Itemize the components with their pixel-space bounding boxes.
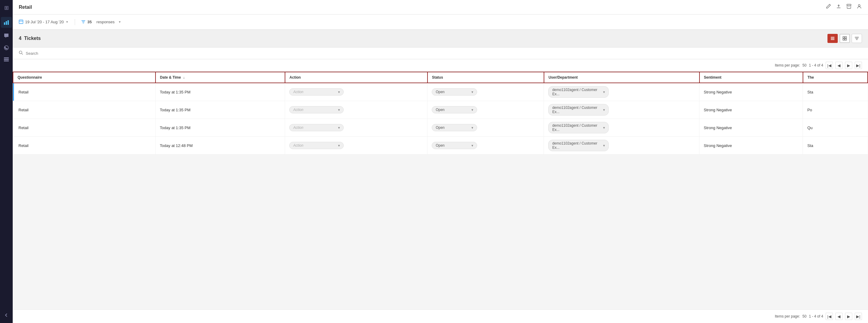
cell-datetime: Today at 1:35 PM xyxy=(156,83,285,101)
top-header: Retail xyxy=(13,0,868,14)
cell-status: Open▼ xyxy=(428,137,544,155)
responses-chevron: ▼ xyxy=(118,20,121,24)
action-dropdown[interactable]: Action▼ xyxy=(289,142,344,149)
cell-user: demo1102agent / Customer Ex...▼ xyxy=(544,137,700,155)
svg-rect-12 xyxy=(831,39,834,40)
svg-point-8 xyxy=(858,4,860,6)
search-input[interactable] xyxy=(26,51,862,56)
table-row: RetailToday at 1:35 PMAction▼Open▼demo11… xyxy=(13,119,868,137)
cell-questionnaire: Retail xyxy=(13,83,156,101)
svg-rect-13 xyxy=(843,37,844,38)
tickets-label: Tickets xyxy=(24,36,41,41)
table-header-row: Questionnaire Date & Time ↓ Action Statu… xyxy=(13,72,868,83)
action-dropdown[interactable]: Action▼ xyxy=(289,88,344,96)
archive-icon[interactable] xyxy=(846,4,852,10)
bottom-last-page-button[interactable]: ▶| xyxy=(855,313,862,320)
items-per-page-value: 50 xyxy=(802,63,806,67)
cell-sentiment: Strong Negative xyxy=(700,119,803,137)
filter-divider xyxy=(75,19,75,25)
nav-table-icon[interactable] xyxy=(1,55,12,65)
header-actions xyxy=(826,4,862,10)
filter-button[interactable] xyxy=(852,34,862,43)
sentiment-text: Strong Negative xyxy=(704,90,732,94)
cell-theme: Sta xyxy=(803,83,868,101)
bottom-items-per-page-label: Items per page: xyxy=(775,314,800,319)
user-dropdown[interactable]: demo1102agent / Customer Ex...▼ xyxy=(548,104,609,116)
questionnaire-text: Retail xyxy=(19,126,28,130)
status-dropdown[interactable]: Open▼ xyxy=(432,88,477,96)
edit-icon[interactable] xyxy=(826,4,831,10)
svg-rect-9 xyxy=(19,20,23,24)
main-content: Retail xyxy=(13,0,868,323)
sentiment-text: Strong Negative xyxy=(704,143,732,148)
nav-collapse-icon[interactable] xyxy=(1,310,12,321)
theme-text: Qu xyxy=(807,126,812,130)
bottom-pagination-range: 1 - 4 of 4 xyxy=(809,314,823,319)
action-dropdown[interactable]: Action▼ xyxy=(289,106,344,114)
upload-icon[interactable] xyxy=(836,4,841,10)
top-pagination: Items per page: 50 1 - 4 of 4 |◀ ◀ ▶ ▶| xyxy=(13,59,868,72)
search-bar xyxy=(13,47,868,59)
sentiment-text: Strong Negative xyxy=(704,126,732,130)
table-row: RetailToday at 1:35 PMAction▼Open▼demo11… xyxy=(13,101,868,119)
bottom-first-page-button[interactable]: |◀ xyxy=(826,313,833,320)
svg-rect-2 xyxy=(7,20,9,25)
cell-action: Action▼ xyxy=(285,83,428,101)
first-page-button[interactable]: |◀ xyxy=(826,62,833,69)
nav-phone-icon[interactable] xyxy=(1,42,12,53)
col-header-status: Status xyxy=(428,72,544,83)
nav-chart-icon[interactable] xyxy=(1,17,12,28)
sort-icon-datetime[interactable]: ↓ xyxy=(183,75,185,79)
user-dropdown[interactable]: demo1102agent / Customer Ex...▼ xyxy=(548,122,609,133)
cell-questionnaire: Retail xyxy=(13,119,156,137)
questionnaire-text: Retail xyxy=(19,108,28,112)
bottom-prev-page-button[interactable]: ◀ xyxy=(835,313,843,320)
col-header-datetime: Date & Time ↓ xyxy=(156,72,285,83)
bottom-next-page-button[interactable]: ▶ xyxy=(845,313,852,320)
svg-rect-16 xyxy=(845,39,846,40)
items-per-page-label: Items per page: xyxy=(775,63,800,67)
bottom-items-per-page-value: 50 xyxy=(802,314,806,319)
user-icon[interactable] xyxy=(857,4,862,10)
cell-sentiment: Strong Negative xyxy=(700,83,803,101)
cell-datetime: Today at 1:35 PM xyxy=(156,119,285,137)
app-title: Retail xyxy=(19,4,32,10)
questionnaire-text: Retail xyxy=(19,90,28,94)
status-dropdown[interactable]: Open▼ xyxy=(432,142,477,149)
cell-sentiment: Strong Negative xyxy=(700,137,803,155)
cell-theme: Po xyxy=(803,101,868,119)
responses-filter[interactable]: 35 responses ▼ xyxy=(81,19,121,25)
cell-action: Action▼ xyxy=(285,101,428,119)
prev-page-button[interactable]: ◀ xyxy=(835,62,843,69)
header-left: Retail xyxy=(19,4,32,10)
search-wrapper xyxy=(19,51,862,56)
tickets-count: 4 xyxy=(19,36,22,41)
cell-action: Action▼ xyxy=(285,119,428,137)
svg-rect-14 xyxy=(845,37,846,38)
table-body: RetailToday at 1:35 PMAction▼Open▼demo11… xyxy=(13,83,868,155)
user-dropdown[interactable]: demo1102agent / Customer Ex...▼ xyxy=(548,86,609,98)
date-range-text: 19 Jul '20 - 17 Aug '20 xyxy=(25,20,64,24)
grid-view-button[interactable] xyxy=(840,34,850,43)
last-page-button[interactable]: ▶| xyxy=(855,62,862,69)
list-view-button[interactable] xyxy=(828,34,838,43)
user-dropdown[interactable]: demo1102agent / Customer Ex...▼ xyxy=(548,140,609,151)
next-page-button[interactable]: ▶ xyxy=(845,62,852,69)
date-range-filter[interactable]: 19 Jul '20 - 17 Aug '20 ▼ xyxy=(19,19,69,25)
cell-theme: Qu xyxy=(803,119,868,137)
action-dropdown[interactable]: Action▼ xyxy=(289,124,344,131)
bottom-pagination: Items per page: 50 1 - 4 of 4 |◀ ◀ ▶ ▶| xyxy=(13,310,868,323)
sidebar: ⊞ xyxy=(0,0,13,323)
col-header-theme: The xyxy=(803,72,868,83)
responses-label: responses xyxy=(96,20,115,24)
status-dropdown[interactable]: Open▼ xyxy=(432,106,477,114)
cell-sentiment: Strong Negative xyxy=(700,101,803,119)
nav-grid-icon[interactable]: ⊞ xyxy=(1,2,12,13)
table-row: RetailToday at 1:35 PMAction▼Open▼demo11… xyxy=(13,83,868,101)
nav-chat-icon[interactable] xyxy=(1,30,12,41)
status-dropdown[interactable]: Open▼ xyxy=(432,124,477,131)
theme-text: Sta xyxy=(807,90,813,94)
date-chevron: ▼ xyxy=(66,20,69,24)
sentiment-text: Strong Negative xyxy=(704,108,732,112)
view-controls xyxy=(828,34,862,43)
